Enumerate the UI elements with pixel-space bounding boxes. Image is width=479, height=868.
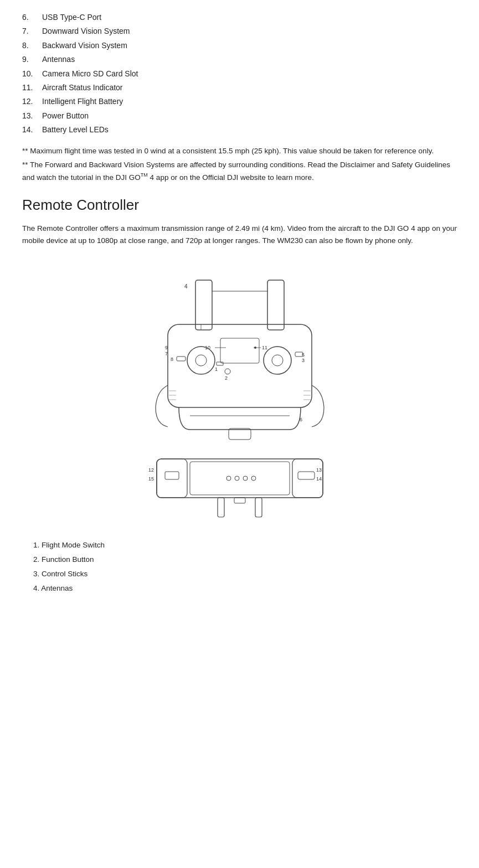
svg-text:11: 11 xyxy=(262,345,267,350)
svg-point-41 xyxy=(235,476,239,480)
svg-rect-37 xyxy=(157,459,187,498)
svg-point-40 xyxy=(226,476,231,480)
section-title: Remote Controller xyxy=(22,197,457,214)
list-item-12: 12. Intelligent Flight Battery xyxy=(22,95,457,107)
svg-text:7: 7 xyxy=(165,351,168,356)
footnote-block: ** Maximum flight time was tested in 0 w… xyxy=(22,145,457,183)
svg-rect-19 xyxy=(217,362,223,365)
svg-rect-28 xyxy=(229,428,251,440)
svg-point-8 xyxy=(272,355,283,366)
parts-list-item-4: 4. Antennas xyxy=(33,582,457,595)
svg-rect-50 xyxy=(218,498,224,517)
controller-top-svg: 4 9 7 10 11 8 1 2 5 3 xyxy=(135,258,345,446)
svg-point-7 xyxy=(264,347,291,374)
svg-text:9: 9 xyxy=(165,345,168,350)
svg-text:15: 15 xyxy=(148,476,154,482)
list-item-11: 11. Aircraft Status Indicator xyxy=(22,81,457,94)
svg-rect-39 xyxy=(190,462,290,495)
list-item-8: 8. Backward Vision System xyxy=(22,39,457,51)
svg-point-16 xyxy=(254,347,256,349)
svg-text:14: 14 xyxy=(316,476,322,482)
svg-rect-51 xyxy=(255,498,262,517)
svg-text:3: 3 xyxy=(302,358,305,363)
svg-text:2: 2 xyxy=(225,375,228,381)
list-item-9: 9. Antennas xyxy=(22,53,457,65)
svg-text:1: 1 xyxy=(215,366,218,372)
svg-rect-1 xyxy=(195,280,212,330)
controller-bottom-svg: 12 15 13 14 xyxy=(146,451,334,523)
svg-rect-44 xyxy=(298,472,315,479)
svg-text:13: 13 xyxy=(316,467,322,473)
svg-text:4: 4 xyxy=(184,283,188,290)
svg-rect-52 xyxy=(234,498,245,503)
parts-list-item-2: 2. Function Button xyxy=(33,554,457,566)
list-item-7: 7. Downward Vision System xyxy=(22,25,457,37)
list-item-13: 13. Power Button xyxy=(22,110,457,122)
footnote-2: ** The Forward and Backward Vision Syste… xyxy=(22,159,457,183)
footnote-1: ** Maximum flight time was tested in 0 w… xyxy=(22,145,457,157)
svg-text:5: 5 xyxy=(302,352,305,358)
svg-rect-17 xyxy=(177,356,186,361)
svg-point-21 xyxy=(225,369,230,374)
svg-rect-11 xyxy=(220,338,259,363)
svg-point-43 xyxy=(251,476,256,480)
controller-top-image: 4 9 7 10 11 8 1 2 5 3 xyxy=(22,258,457,446)
svg-rect-45 xyxy=(165,472,179,479)
parts-list: 1. Flight Mode Switch 2. Function Button… xyxy=(33,539,457,595)
svg-point-6 xyxy=(195,355,207,366)
controller-bottom-image: 12 15 13 14 xyxy=(22,451,457,523)
svg-text:8: 8 xyxy=(171,356,173,362)
svg-point-42 xyxy=(243,476,248,480)
svg-text:10: 10 xyxy=(205,345,210,350)
svg-text:6: 6 xyxy=(300,417,302,422)
svg-rect-2 xyxy=(267,280,284,330)
svg-text:12: 12 xyxy=(148,467,154,473)
list-item-10: 10. Camera Micro SD Card Slot xyxy=(22,68,457,80)
svg-point-5 xyxy=(187,347,215,374)
parts-list-item-3: 3. Control Sticks xyxy=(33,568,457,581)
parts-list-item-1: 1. Flight Mode Switch xyxy=(33,539,457,552)
list-item-6: 6. USB Type-C Port xyxy=(22,11,457,23)
intro-paragraph: The Remote Controller offers a maximum t… xyxy=(22,223,457,247)
list-item-14: 14. Battery Level LEDs xyxy=(22,123,457,136)
numbered-list: 6. USB Type-C Port 7. Downward Vision Sy… xyxy=(22,11,457,136)
